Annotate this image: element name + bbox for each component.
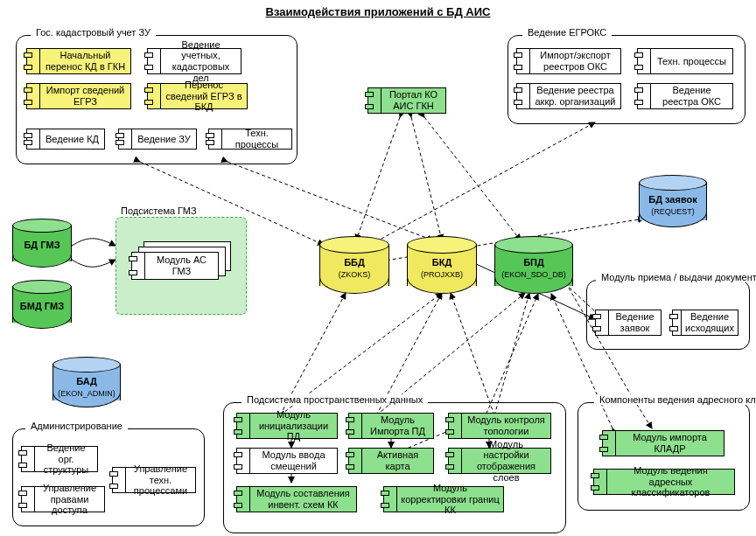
- group-label-addr: Компоненты ведения адресного классификат…: [594, 394, 756, 405]
- module-cad-tech: Техн. процессы: [208, 129, 292, 150]
- module-addr-kladr: Модуль импорта КЛАДР: [602, 430, 724, 456]
- db-bkd: БКД(PROJXXB): [407, 236, 477, 294]
- group-label-egroks: Ведение ЕГРОКС: [522, 27, 612, 38]
- module-cad-kd: Ведение КД: [26, 129, 105, 150]
- module-admin-rights: Управление правами доступа: [21, 486, 105, 512]
- module-sp-init: Модуль инициализации ПД: [236, 413, 338, 439]
- module-admin-org: Ведение орг. структуры: [21, 446, 98, 472]
- module-req-outgoing: Ведение исходящих: [672, 310, 738, 336]
- group-label-admin: Администрирование: [25, 421, 128, 431]
- module-sp-invent: Модуль составления инвент. схем КК: [236, 486, 357, 512]
- module-egroks-akkr: Ведение реестра аккр. организаций: [516, 83, 621, 109]
- module-addr-maint: Модуль ведения адресных классификаторов: [593, 469, 735, 495]
- module-cad-zu: Ведение ЗУ: [118, 129, 197, 150]
- module-sp-import: Модуль Импорта ПД: [348, 413, 434, 439]
- module-req-requests: Ведение заявок: [595, 310, 662, 336]
- module-sp-offset: Модуль ввода смещений: [236, 448, 338, 474]
- module-cad-initial: Начальный перенос КД в ГКН: [26, 48, 131, 74]
- module-egroks-oks: Ведение реестра ОКС: [637, 83, 733, 109]
- db-bad: БАД(EKON_ADMIN): [52, 357, 121, 407]
- group-label-request: Модуль приема / выдачи документов: [596, 272, 756, 282]
- module-sp-map: Активная карта: [348, 448, 434, 474]
- module-cad-egrz: Импорт сведений ЕГРЗ: [26, 83, 131, 109]
- module-sp-bounds: Модуль корректировки границ КК: [383, 486, 504, 512]
- module-egroks-tech: Техн. процессы: [637, 48, 733, 74]
- db-bbd: ББД(ZKOKS): [319, 236, 389, 294]
- diagram-canvas: Взаимодействия приложений с БД АИС Гос. …: [0, 0, 756, 536]
- db-bmdgmz: БМД ГМЗ: [12, 280, 72, 329]
- db-breq: БД заявок(REQUEST): [639, 175, 707, 227]
- db-bdgmz: БД ГМЗ: [12, 219, 72, 268]
- group-label-cadastre: Гос. кадастровый учет ЗУ: [31, 27, 156, 38]
- group-label-spatial: Подсистема пространственных данных: [242, 394, 428, 405]
- module-sp-topo: Модуль контроля топологии: [448, 413, 551, 439]
- group-label-gmz: Подсистема ГМЗ: [121, 205, 197, 216]
- module-admin-tech: Управление техн. процессами: [112, 467, 196, 493]
- module-cad-records: Ведение учетных, кадастровых дел: [147, 48, 242, 74]
- db-bpd: БПД(EKON_SDO_DB): [494, 236, 573, 294]
- module-gmz: Модуль АС ГМЗ: [131, 252, 219, 280]
- module-sp-layers: Модуль настройки отображения слоев: [448, 448, 551, 474]
- module-cad-transfer: Перенос сведений ЕГРЗ в БКД: [147, 83, 248, 109]
- module-portal: Портал КО АИС ГКН: [368, 87, 446, 114]
- diagram-title: Взаимодействия приложений с БД АИС: [0, 5, 756, 18]
- module-egroks-import: Импорт/экспорт реестров ОКС: [516, 48, 621, 74]
